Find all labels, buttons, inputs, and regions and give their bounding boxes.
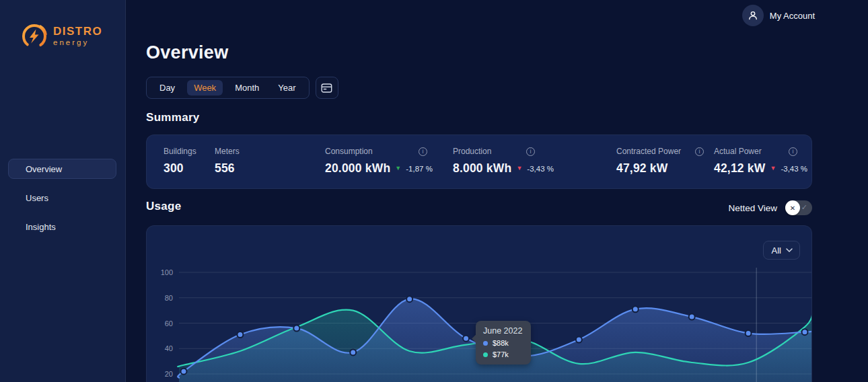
stat-production: Productioni 8.000 kWh▼-3,43 % <box>453 147 554 176</box>
app-window: DISTRO energy Overview Users Insights <box>0 0 868 382</box>
tab-month[interactable]: Month <box>228 80 266 96</box>
netted-view-toggle[interactable]: ✓ ✕ <box>785 200 812 215</box>
check-icon: ✓ <box>801 203 807 212</box>
trend-down-icon: ▼ <box>770 165 776 171</box>
info-icon[interactable]: i <box>695 147 704 156</box>
stat-value: 47,92 kW <box>616 161 668 176</box>
sidebar-item-insights[interactable]: Insights <box>8 217 116 237</box>
stat-delta: -3,43 % <box>781 165 807 173</box>
stat-value: 8.000 kWh <box>453 161 511 176</box>
info-icon[interactable]: i <box>526 147 535 156</box>
data-point-marker[interactable] <box>463 336 469 342</box>
sidebar-item-label: Insights <box>26 222 56 232</box>
stat-label: Consumption <box>325 147 373 156</box>
series-filter-dropdown[interactable]: All <box>763 241 800 260</box>
tooltip-title: June 2022 <box>483 326 522 336</box>
tooltip-value: $88k <box>493 339 509 347</box>
sidebar-nav: Overview Users Insights <box>8 159 116 245</box>
stat-label: Production <box>453 147 491 156</box>
data-point-marker[interactable] <box>293 326 299 332</box>
user-icon <box>748 10 758 21</box>
stat-label: Contracted Power <box>616 147 681 156</box>
stat-delta: -3,43 % <box>527 165 554 173</box>
usage-chart-card: 10080604020 All June 2022 $88k $77k <box>146 225 812 382</box>
y-tick-label: 60 <box>165 319 173 328</box>
data-point-marker[interactable] <box>746 330 752 336</box>
y-tick-label: 80 <box>165 294 173 302</box>
calendar-icon <box>321 83 332 93</box>
stat-value: 42,12 kW <box>714 161 766 176</box>
chevron-down-icon <box>786 248 793 252</box>
summary-heading: Summary <box>146 111 200 124</box>
tab-day[interactable]: Day <box>153 80 182 96</box>
stat-consumption: Consumptioni 20.000 kWh▼-1,87 % <box>325 147 433 176</box>
usage-heading: Usage <box>146 200 182 213</box>
brand-title: DISTRO <box>53 26 102 37</box>
stat-value: 556 <box>215 161 235 176</box>
sidebar-item-overview[interactable]: Overview <box>8 159 116 179</box>
data-point-marker[interactable] <box>576 337 582 343</box>
period-tab-bar: Day Week Month Year <box>146 77 310 99</box>
period-controls: Day Week Month Year <box>146 77 338 99</box>
stat-label: Actual Power <box>714 147 762 156</box>
sidebar: DISTRO energy Overview Users Insights <box>0 0 126 382</box>
y-tick-label: 100 <box>161 268 173 276</box>
trend-down-icon: ▼ <box>516 165 522 171</box>
chart-tooltip: June 2022 $88k $77k <box>476 321 531 365</box>
data-point-marker[interactable] <box>237 332 243 338</box>
data-point-marker[interactable] <box>801 329 807 335</box>
page-title: Overview <box>146 42 228 63</box>
account-menu[interactable]: My Account <box>742 5 815 26</box>
y-tick-label: 20 <box>165 370 173 378</box>
stat-meters: Metersi 556▼ <box>215 147 240 176</box>
series-dot <box>483 352 488 357</box>
data-point-marker[interactable] <box>181 369 187 375</box>
info-icon[interactable]: i <box>419 147 427 156</box>
stat-label: Buildings <box>164 147 196 156</box>
brand-logo: DISTRO energy <box>20 22 102 50</box>
stat-value: 300 <box>164 161 184 176</box>
stat-label: Meters <box>215 147 240 156</box>
info-icon[interactable]: i <box>789 147 797 156</box>
netted-view-label: Netted View <box>728 203 777 213</box>
netted-view-control: Netted View ✓ ✕ <box>728 200 812 215</box>
series-filter-value: All <box>772 245 781 256</box>
data-point-marker[interactable] <box>689 314 695 320</box>
main-area: My Account Overview Day Week Month Year … <box>126 0 868 382</box>
data-point-marker[interactable] <box>406 296 412 302</box>
stat-buildings: Buildingsi 300▼ <box>164 147 196 176</box>
data-point-marker[interactable] <box>632 306 639 312</box>
summary-card: Buildingsi 300▼ Metersi 556▼ Consumption… <box>146 135 812 189</box>
tooltip-row: $77k <box>483 350 522 358</box>
tooltip-row: $88k <box>483 339 522 347</box>
toggle-knob[interactable]: ✕ <box>785 200 800 215</box>
tab-week[interactable]: Week <box>187 80 223 96</box>
account-label: My Account <box>770 11 815 21</box>
y-tick-label: 40 <box>165 344 173 352</box>
sidebar-item-label: Users <box>26 193 48 203</box>
brand-subtitle: energy <box>53 39 102 47</box>
sidebar-item-label: Overview <box>26 164 62 174</box>
tooltip-value: $77k <box>493 350 509 358</box>
avatar[interactable] <box>742 5 764 26</box>
stat-actual-power: Actual Poweri 42,12 kW▼-3,43 % <box>714 147 807 176</box>
data-point-marker[interactable] <box>350 349 356 355</box>
date-picker-button[interactable] <box>316 77 338 99</box>
stat-contracted-power: Contracted Poweri 47,92 kW▼ <box>616 147 704 176</box>
sidebar-item-users[interactable]: Users <box>8 188 116 208</box>
trend-down-icon: ▼ <box>395 165 401 171</box>
brand-logo-icon <box>20 22 48 50</box>
stat-delta: -1,87 % <box>406 165 433 173</box>
tab-year[interactable]: Year <box>271 80 302 96</box>
series-dot <box>483 341 488 346</box>
brand-name: DISTRO energy <box>53 26 102 47</box>
stat-value: 20.000 kWh <box>325 161 390 176</box>
